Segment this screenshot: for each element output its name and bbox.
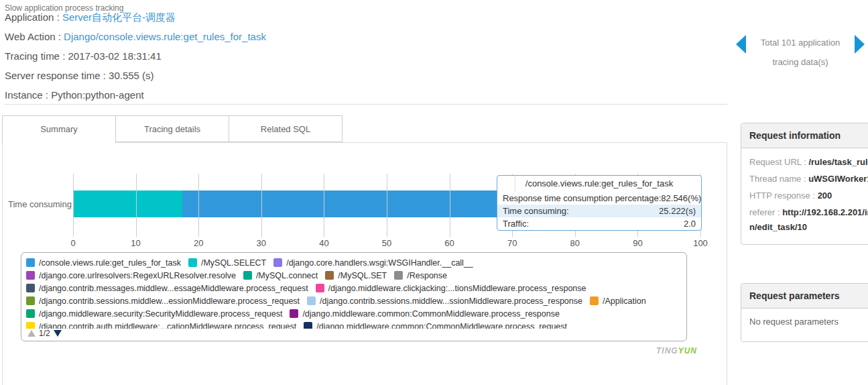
row-value: uWSGIWorker1Co <box>808 174 868 184</box>
legend-item[interactable]: /MySQL.connect <box>243 271 318 280</box>
legend-label: /MySQL.SET <box>338 271 387 280</box>
chart-tooltip: /console.views.rule:get_rules_for_task R… <box>497 175 702 231</box>
field-label: Server response time : <box>5 70 109 81</box>
no-parameters-message: No request parameters <box>749 314 868 330</box>
tooltip-title: /console.views.rule:get_rules_for_task <box>497 176 701 192</box>
web-action-link[interactable]: Django/console.views.rule:get_rules_for_… <box>64 31 266 42</box>
legend-row: /django.middleware.security:SecurityMidd… <box>26 307 682 320</box>
legend-page-up-icon[interactable] <box>27 330 36 337</box>
row-value-wrap: n/edit_task/10 <box>749 221 868 234</box>
request-parameters-title: Request parameters <box>741 284 868 309</box>
field-label: Tracing time : <box>5 50 68 62</box>
http-response-row: HTTP response : 200 <box>749 187 868 204</box>
field-label: Instance : <box>5 89 51 101</box>
field-label: Application : <box>5 11 62 23</box>
legend-item[interactable]: /django.core.handlers.wsgi:WSGIHandler._… <box>273 258 473 268</box>
legend-swatch-icon <box>26 258 35 267</box>
previous-trace-icon[interactable] <box>736 35 746 54</box>
pager-line1: Total 101 application <box>749 38 851 48</box>
legend-row: /django.core.urlresolvers:RegexURLResolv… <box>26 269 682 282</box>
legend-label: /Application <box>603 296 646 306</box>
row-label: referer : <box>749 207 782 217</box>
row-value: /rules/task_rule <box>808 157 868 167</box>
legend-swatch-icon <box>243 271 252 280</box>
tooltip-value: 82.546(%) <box>661 192 701 205</box>
tab-tracing-details[interactable]: Tracing details <box>115 115 229 142</box>
legend-item[interactable]: /django.middleware.security:SecurityMidd… <box>26 309 282 319</box>
bar-segment[interactable] <box>73 190 182 217</box>
gridline <box>324 174 324 237</box>
legend-item[interactable]: /django.contrib.sessions.middlew...ssion… <box>307 296 582 306</box>
tooltip-row: Traffic: 2.0 <box>497 217 701 230</box>
legend-item[interactable]: /django.middleware.clickjacking:...tions… <box>316 284 586 293</box>
legend-label: /django.middleware.security:SecurityMidd… <box>39 309 282 319</box>
tab-bar: Summary Tracing details Related SQL <box>2 115 343 143</box>
legend-label: /django.contrib.auth.middleware:...catio… <box>39 322 296 329</box>
legend-swatch-icon <box>290 309 298 318</box>
legend-item[interactable]: /console.views.rule:get_rules_for_task <box>26 258 181 268</box>
legend-item[interactable]: /django.contrib.auth.middleware:...catio… <box>26 322 296 329</box>
legend-label: /django.middleware.clickjacking:...tions… <box>328 284 586 293</box>
legend-label: /django.middleware.common:CommonMiddlewa… <box>316 322 567 329</box>
legend-page-down-icon[interactable] <box>54 330 62 337</box>
legend-swatch-icon <box>325 271 334 280</box>
axis-tick-label: 80 <box>570 238 580 248</box>
gridline <box>73 174 74 237</box>
tab-related-sql[interactable]: Related SQL <box>229 115 343 142</box>
gridline <box>387 174 387 237</box>
legend-rows: /console.views.rule:get_rules_for_task/M… <box>26 256 682 329</box>
tooltip-value: 25.222(s) <box>659 205 696 217</box>
legend-item[interactable]: /django.core.urlresolvers:RegexURLResolv… <box>26 271 236 280</box>
legend-item[interactable]: /MySQL.SET <box>325 271 387 280</box>
legend-swatch-icon <box>394 271 403 280</box>
gridline <box>261 174 262 237</box>
application-link[interactable]: Server自动化平台-调度器 <box>62 11 176 23</box>
pager-line2: tracing data(s) <box>749 57 851 67</box>
legend-label: /django.contrib.sessions.middlew...ssion… <box>320 296 582 306</box>
legend-label: /django.core.urlresolvers:RegexURLResolv… <box>39 271 236 280</box>
tab-summary[interactable]: Summary <box>2 115 116 143</box>
tingyun-watermark: TINGYUN <box>656 346 697 355</box>
legend-item[interactable]: /Application <box>590 296 646 306</box>
request-information-title: Request information <box>741 123 868 148</box>
legend-swatch-icon <box>316 284 324 292</box>
trace-summary-fields: Application : Server自动化平台-调度器 Web Action… <box>5 11 266 108</box>
axis-tick-label: 50 <box>382 238 391 248</box>
legend-swatch-icon <box>26 322 35 329</box>
legend-swatch-icon <box>26 271 35 280</box>
legend-swatch-icon <box>26 309 35 318</box>
legend-item[interactable]: /MySQL.SELECT <box>188 258 266 268</box>
next-trace-icon[interactable] <box>855 35 865 54</box>
legend-item[interactable]: /django.middleware.common:CommonMiddlewa… <box>304 322 567 329</box>
watermark-yun: YUN <box>678 346 697 355</box>
chart-legend: /console.views.rule:get_rules_for_task/M… <box>21 252 687 341</box>
axis-tick-label: 40 <box>319 238 328 248</box>
legend-item[interactable]: /Response <box>394 271 447 280</box>
field-application: Application : Server自动化平台-调度器 <box>5 11 266 23</box>
legend-label: /django.core.handlers.wsgi:WSGIHandler._… <box>286 258 473 268</box>
gridline <box>136 174 137 237</box>
gridline <box>198 174 199 237</box>
gridline <box>450 174 450 237</box>
field-tracing-time: Tracing time : 2017-03-02 18:31:41 <box>5 50 266 62</box>
tooltip-row: Time consuming: 25.222(s) <box>497 205 701 217</box>
row-label: Thread name : <box>749 174 808 184</box>
legend-item[interactable]: /django.middleware.common:CommonMiddlewa… <box>290 309 560 319</box>
row-label: Request URL : <box>749 157 808 167</box>
chart-category-label: Time consuming <box>8 199 72 209</box>
legend-row: /django.contrib.auth.middleware:...catio… <box>26 320 682 329</box>
legend-label: /MySQL.SELECT <box>201 258 266 268</box>
field-value: 2017-03-02 18:31:41 <box>68 50 161 62</box>
field-value: Python:python-agent <box>51 89 143 101</box>
legend-swatch-icon <box>304 322 312 329</box>
legend-item[interactable]: /django.contrib.sessions.middlew...essio… <box>26 296 300 306</box>
legend-row: /console.views.rule:get_rules_for_task/M… <box>26 256 682 269</box>
legend-label: /django.middleware.common:CommonMiddlewa… <box>302 309 560 319</box>
field-web-action: Web Action : Django/console.views.rule:g… <box>5 30 266 43</box>
legend-label: /django.contrib.messages.middlew...essag… <box>39 284 308 293</box>
row-value: 200 <box>818 190 832 201</box>
legend-label: /MySQL.connect <box>256 271 318 280</box>
legend-item[interactable]: /django.contrib.messages.middlew...essag… <box>26 284 308 293</box>
axis-tick-label: 30 <box>257 238 266 248</box>
axis-tick-label: 60 <box>444 238 454 248</box>
